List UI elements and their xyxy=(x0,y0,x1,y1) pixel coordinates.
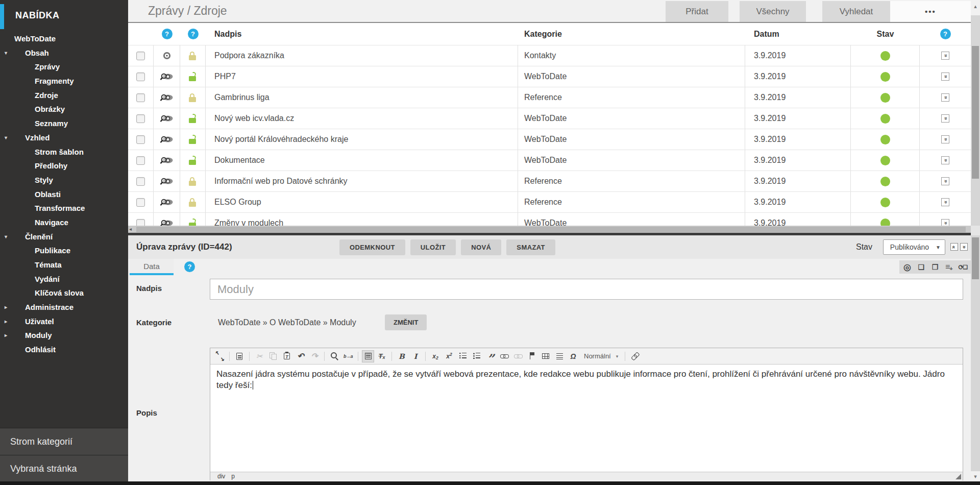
sidebar-item-vydání[interactable]: Vydání xyxy=(0,272,128,286)
row-checkbox[interactable] xyxy=(136,156,145,165)
eye-icon[interactable] xyxy=(162,51,172,60)
eye-icon[interactable] xyxy=(160,177,174,186)
row-title[interactable]: Nový portál Královéhradeckého kraje xyxy=(206,129,518,150)
preview-eye-icon[interactable] xyxy=(901,261,913,273)
help-icon[interactable]: ? xyxy=(188,29,199,39)
lock-icon[interactable] xyxy=(189,135,197,144)
resize-grip-icon[interactable] xyxy=(955,474,961,479)
odemknout-button[interactable]: ODEMKNOUT xyxy=(339,239,405,255)
find-icon[interactable] xyxy=(328,350,340,362)
scroll-up-arrow[interactable]: ▴ xyxy=(971,3,980,10)
expand-row-icon[interactable] xyxy=(941,156,949,164)
sidebar-item-témata[interactable]: Témata xyxy=(0,258,128,272)
sidebar-item-zprávy[interactable]: Zprávy xyxy=(0,60,128,74)
row-title[interactable]: ELSO Group xyxy=(206,192,518,212)
row-title[interactable]: PHP7 xyxy=(206,66,518,87)
expand-row-icon[interactable] xyxy=(941,93,949,102)
eye-icon[interactable] xyxy=(160,72,174,81)
help-icon[interactable]: ? xyxy=(184,261,195,272)
lock-icon[interactable] xyxy=(189,177,197,186)
lock-icon[interactable] xyxy=(189,93,197,102)
italic-icon[interactable] xyxy=(409,350,422,362)
sidebar-item-odhlásit[interactable]: Odhlásit xyxy=(0,343,128,357)
lock-icon[interactable] xyxy=(189,72,197,81)
title-input[interactable]: Moduly xyxy=(210,279,963,300)
row-title[interactable]: Dokumentace xyxy=(206,150,518,171)
expand-row-icon[interactable] xyxy=(941,72,949,81)
row-title[interactable]: Změny v modulech xyxy=(206,213,518,226)
column-header-status[interactable]: Stav xyxy=(851,23,920,45)
expand-row-icon[interactable] xyxy=(941,114,949,123)
row-checkbox[interactable] xyxy=(136,198,145,207)
scrollbar-thumb[interactable] xyxy=(136,227,966,232)
subscript-icon[interactable] xyxy=(429,350,442,362)
uložit-button[interactable]: ULOŽIT xyxy=(410,239,456,255)
sidebar-item-zdroje[interactable]: Zdroje xyxy=(0,88,128,103)
eye-icon[interactable] xyxy=(160,219,174,226)
table-row[interactable]: Podpora zákazníka Kontakty 3.9.2019 xyxy=(128,45,971,66)
help-icon[interactable]: ? xyxy=(162,29,173,39)
sidebar-item-navigace[interactable]: Navigace xyxy=(0,215,128,230)
element-path-p[interactable]: p xyxy=(231,473,235,480)
sidebar-item-uživatel[interactable]: Uživatel xyxy=(0,314,128,329)
bold-icon[interactable] xyxy=(396,350,408,362)
row-checkbox[interactable] xyxy=(136,219,145,226)
sidebar-item-členění[interactable]: Členění xyxy=(0,230,128,244)
row-title[interactable]: Gambrinus liga xyxy=(206,87,518,108)
scrollbar-thumb[interactable] xyxy=(972,237,979,279)
row-checkbox[interactable] xyxy=(136,72,145,81)
copy-icon[interactable] xyxy=(267,350,279,362)
sidebar-item-obrázky[interactable]: Obrázky xyxy=(0,102,128,116)
eye-icon[interactable] xyxy=(160,114,174,123)
nová-button[interactable]: NOVÁ xyxy=(461,239,501,255)
expand-row-icon[interactable] xyxy=(941,52,949,60)
row-title[interactable]: Podpora zákazníka xyxy=(206,45,518,66)
expand-row-icon[interactable] xyxy=(941,135,949,143)
superscript-icon[interactable] xyxy=(443,350,455,362)
sidebar-footer-strom-kategorií[interactable]: Strom kategorií xyxy=(0,428,128,455)
editor-content[interactable]: Nasazení jádra systému postačuje v přípa… xyxy=(210,365,963,472)
table-row[interactable]: Gambrinus liga Reference 3.9.2019 xyxy=(128,87,971,108)
search-button[interactable]: Vyhledat xyxy=(822,1,890,22)
sidebar-item-publikace[interactable]: Publikace xyxy=(0,244,128,258)
sidebar-item-obsah[interactable]: Obsah xyxy=(0,46,128,60)
sidebar-footer-vybraná-stránka[interactable]: Vybraná stránka xyxy=(0,455,128,482)
table-row[interactable]: PHP7 WebToDate 3.9.2019 xyxy=(128,66,971,87)
sidebar-item-seznamy[interactable]: Seznamy xyxy=(0,116,128,131)
sidebar-item-webtodate[interactable]: WebToDate xyxy=(0,32,128,46)
copy-page-icon[interactable] xyxy=(929,261,941,273)
link-settings-icon[interactable] xyxy=(629,350,641,362)
cut-icon[interactable] xyxy=(253,350,265,362)
table-row[interactable]: Dokumentace WebToDate 3.9.2019 xyxy=(128,150,971,171)
sidebar-item-předlohy[interactable]: Předlohy xyxy=(0,159,128,173)
table-row[interactable]: Nový web icv.vlada.cz WebToDate 3.9.2019 xyxy=(128,108,971,129)
column-header-date[interactable]: Datum xyxy=(745,23,851,45)
bulleted-list-icon[interactable] xyxy=(471,350,483,362)
sidebar-item-transformace[interactable]: Transformace xyxy=(0,201,128,215)
unlink-icon[interactable] xyxy=(512,350,524,362)
eye-icon[interactable] xyxy=(160,93,174,102)
link-icon[interactable] xyxy=(498,350,510,362)
smazat-button[interactable]: SMAZAT xyxy=(506,239,555,255)
element-path-div[interactable]: div xyxy=(217,473,225,480)
eye-icon[interactable] xyxy=(160,156,174,165)
show-all-button[interactable]: Všechny xyxy=(740,1,806,22)
blockquote-icon[interactable] xyxy=(484,350,497,362)
lock-icon[interactable] xyxy=(189,156,197,165)
scrollbar-thumb[interactable] xyxy=(972,46,979,179)
sidebar-item-klíčová-slova[interactable]: Klíčová slova xyxy=(0,286,128,300)
lock-icon[interactable] xyxy=(189,52,197,60)
select-all-icon[interactable] xyxy=(362,350,374,362)
maximize-icon[interactable] xyxy=(213,350,226,362)
sidebar-item-strom-šablon[interactable]: Strom šablon xyxy=(0,145,128,159)
eye-icon[interactable] xyxy=(160,198,174,207)
paste-from-word-icon[interactable] xyxy=(281,350,293,362)
expand-row-icon[interactable] xyxy=(941,219,949,226)
lock-icon[interactable] xyxy=(189,198,197,207)
expand-panel-icon[interactable] xyxy=(960,243,968,251)
add-button[interactable]: Přidat xyxy=(666,1,728,22)
row-checkbox[interactable] xyxy=(136,52,145,60)
row-checkbox[interactable] xyxy=(136,114,145,123)
import-pages-icon[interactable] xyxy=(915,261,927,273)
row-checkbox[interactable] xyxy=(136,93,145,102)
